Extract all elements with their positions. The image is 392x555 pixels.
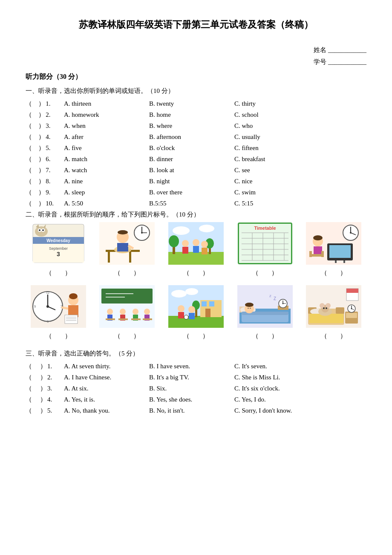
q-option-a: A. after bbox=[64, 132, 149, 142]
svg-point-65 bbox=[313, 235, 323, 240]
q-paren-close: ） bbox=[38, 187, 45, 197]
student-info: 姓名 ____________ 学号 ____________ bbox=[26, 45, 366, 67]
q-paren-close: ） bbox=[38, 198, 45, 208]
svg-rect-87 bbox=[101, 289, 153, 304]
svg-point-37 bbox=[201, 241, 208, 248]
q-option-c: C. school bbox=[234, 110, 341, 120]
q-option-b: B. It's a big TV. bbox=[149, 372, 234, 382]
img-kids-playing bbox=[163, 222, 229, 265]
svg-point-5 bbox=[42, 229, 44, 231]
part1-instruction: 一、听录音，选出你所听到的单词或短语。（10 分） bbox=[26, 86, 366, 96]
img-students-class bbox=[95, 285, 160, 328]
part3-question-row: （ ） 3. A. At six. B. Six. C. It's six o'… bbox=[26, 383, 366, 393]
q-option-a: A. At seven thirty. bbox=[64, 361, 149, 371]
q-option-b: B. home bbox=[149, 110, 234, 120]
part1-question-row: （ ） 3. A. when B. where C. who bbox=[26, 121, 366, 131]
svg-point-40 bbox=[199, 225, 214, 232]
q-paren-open: （ bbox=[26, 394, 32, 405]
part2-row1-images: Wednesday September 3 bbox=[26, 222, 366, 265]
q-paren-blank bbox=[33, 372, 39, 382]
q-paren-close: ） bbox=[38, 132, 45, 142]
part3-question-row: （ ） 5. A. No, thank you. B. No, it isn't… bbox=[26, 405, 366, 416]
svg-rect-140 bbox=[336, 307, 344, 314]
q-option-c: C. She is Miss Li. bbox=[234, 372, 341, 382]
part1-question-row: （ ） 6. A. match B. dinner C. breakfast bbox=[26, 154, 366, 164]
q-option-c: C. Yes, I do. bbox=[234, 394, 341, 405]
q-option-b: B.5:55 bbox=[149, 198, 234, 208]
q-option-c: C. usually bbox=[234, 132, 341, 142]
part1-question-row: （ ） 7. A. watch B. look at C. see bbox=[26, 165, 366, 175]
q-paren-blank bbox=[33, 198, 37, 208]
q-number: 3. bbox=[46, 121, 50, 131]
q-option-a: A. 5:50 bbox=[64, 198, 149, 208]
q-paren-close: ） bbox=[38, 110, 45, 120]
svg-rect-68 bbox=[321, 251, 324, 257]
part1-question-row: （ ） 9. A. sleep B. over there C. swim bbox=[26, 187, 366, 197]
q-option-a: A. At six. bbox=[64, 383, 149, 393]
svg-rect-34 bbox=[182, 247, 188, 254]
q-paren-close: ） bbox=[40, 372, 46, 382]
svg-text:Wednesday: Wednesday bbox=[46, 238, 70, 243]
q-num: （ ） 5. bbox=[26, 143, 64, 153]
q-paren-close: ） bbox=[40, 394, 46, 405]
svg-point-35 bbox=[193, 239, 199, 246]
svg-point-96 bbox=[133, 309, 138, 315]
q-paren-blank bbox=[33, 98, 37, 109]
q-option-a: A. when bbox=[64, 121, 149, 131]
q-option-a: A. I have Chinese. bbox=[64, 372, 149, 382]
q-option-a: A. No, thank you. bbox=[64, 405, 149, 416]
q-option-c: C. fifteen bbox=[234, 143, 341, 153]
q-option-c: C. who bbox=[234, 121, 341, 131]
svg-text:9: 9 bbox=[34, 305, 36, 309]
part1-question-row: （ ） 8. A. nine B. night C. nice bbox=[26, 176, 366, 186]
svg-text:3: 3 bbox=[57, 251, 60, 257]
svg-text:Z: Z bbox=[274, 296, 276, 301]
svg-rect-28 bbox=[168, 252, 224, 265]
svg-rect-98 bbox=[131, 318, 141, 320]
part2-instruction: 二、听录音，根据所听到的顺序，给下列图片标号。（10 分） bbox=[26, 209, 366, 220]
q-num: （ ） 4. bbox=[26, 132, 64, 142]
q-number: 1. bbox=[47, 361, 52, 371]
svg-rect-95 bbox=[118, 318, 128, 320]
svg-point-39 bbox=[173, 226, 190, 235]
ans-paren-3: （ ） bbox=[163, 266, 229, 279]
q-paren-open: （ bbox=[26, 121, 32, 131]
q-option-b: B. No, it isn't. bbox=[149, 405, 234, 416]
q-number: 6. bbox=[46, 154, 50, 164]
q-num: （ ） 9. bbox=[26, 187, 64, 197]
ans-paren-2: （ ） bbox=[95, 266, 160, 279]
img-timetable: Timetable bbox=[232, 222, 298, 265]
q-num: （ ） 7. bbox=[26, 165, 64, 175]
ans-paren-10: （ ） bbox=[301, 330, 366, 342]
q-paren-blank bbox=[33, 394, 39, 405]
q-num: （ ） 4. bbox=[26, 394, 64, 405]
img-mouse-bed bbox=[301, 285, 366, 328]
q-num: （ ） 2. bbox=[26, 372, 64, 382]
svg-line-81 bbox=[61, 307, 68, 309]
svg-point-116 bbox=[184, 315, 188, 319]
part3-instruction: 三、听录音，选出正确的答句。（5 分） bbox=[26, 348, 366, 358]
ans-paren-7: （ ） bbox=[95, 330, 160, 342]
q-option-c: C. It's six o'clock. bbox=[234, 383, 341, 393]
svg-point-4 bbox=[39, 229, 40, 231]
svg-point-99 bbox=[144, 309, 150, 315]
q-paren-close: ） bbox=[38, 121, 45, 131]
q-number: 9. bbox=[46, 187, 50, 197]
svg-point-33 bbox=[182, 240, 189, 247]
ans-paren-9: （ ） bbox=[232, 330, 298, 342]
svg-text:6: 6 bbox=[47, 320, 49, 324]
q-option-a: A. watch bbox=[64, 165, 149, 175]
q-num: （ ） 3. bbox=[26, 383, 64, 393]
q-paren-blank bbox=[33, 110, 37, 120]
q-paren-blank bbox=[33, 405, 39, 416]
q-number: 4. bbox=[47, 394, 52, 405]
page-title: 苏教译林版四年级英语下册第三单元试卷及答案（终稿） bbox=[26, 17, 366, 32]
svg-point-1 bbox=[35, 226, 48, 237]
q-paren-blank bbox=[33, 143, 37, 153]
ans-paren-5: （ ） bbox=[301, 266, 366, 279]
q-paren-open: （ bbox=[26, 372, 32, 382]
part3-questions: （ ） 1. A. At seven thirty. B. I have sev… bbox=[26, 361, 366, 416]
q-paren-open: （ bbox=[26, 187, 32, 197]
name-line: ____________ bbox=[328, 46, 366, 53]
q-option-a: A. nine bbox=[64, 176, 149, 186]
